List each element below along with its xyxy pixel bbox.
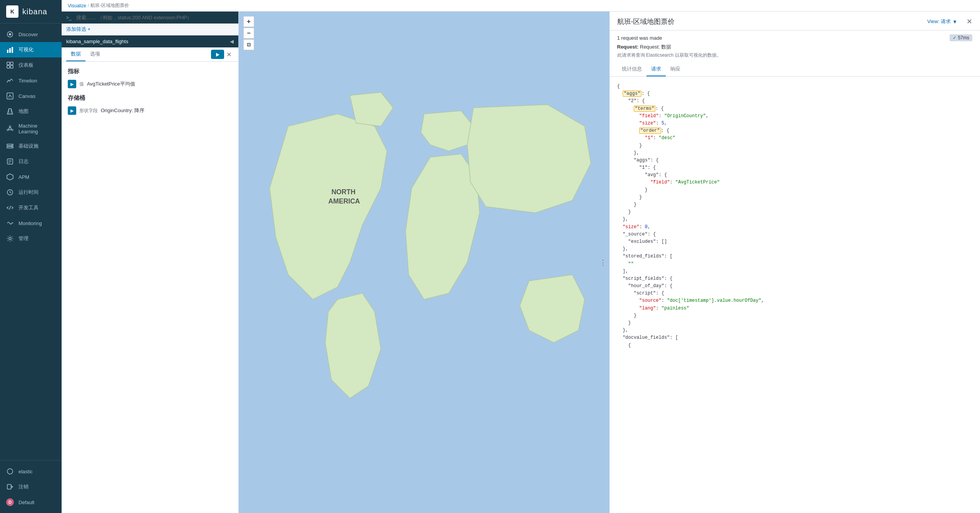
kibana-logo-text: kibana xyxy=(22,7,47,16)
maps-icon xyxy=(6,108,14,115)
breadcrumb-parent[interactable]: Visualize xyxy=(68,3,86,8)
svg-point-13 xyxy=(9,128,11,130)
discover-icon xyxy=(6,30,14,38)
svg-point-23 xyxy=(12,147,12,148)
svg-marker-10 xyxy=(7,109,13,114)
sidebar-item-dashboard[interactable]: 仪表板 xyxy=(0,57,62,73)
svg-line-18 xyxy=(11,130,12,130)
metric-icon-0: ▶ xyxy=(68,80,76,88)
tab-response[interactable]: 响应 xyxy=(666,62,685,76)
request-count: 1 request was made xyxy=(617,35,662,41)
close-right-panel-button[interactable]: ✕ xyxy=(967,17,972,26)
sidebar-item-logs[interactable]: 日志 xyxy=(0,154,62,169)
sidebar-item-apm[interactable]: APM xyxy=(0,169,62,185)
svg-rect-5 xyxy=(7,62,10,65)
ml-icon xyxy=(6,125,14,133)
svg-rect-7 xyxy=(7,66,10,68)
json-line: }, xyxy=(617,216,973,223)
json-line: "script": { xyxy=(617,290,973,297)
canvas-icon xyxy=(6,92,14,100)
metrics-section-title: 指标 xyxy=(68,68,232,75)
svg-marker-34 xyxy=(216,53,219,57)
json-line: "avg": { xyxy=(617,172,973,179)
buckets-section-title: 存储桶 xyxy=(68,94,232,102)
sidebar-item-monitoring[interactable]: Monitoring xyxy=(0,215,62,231)
sidebar-item-elastic[interactable]: elastic xyxy=(0,464,62,479)
json-line: }, xyxy=(617,327,973,334)
json-line: ], xyxy=(617,268,973,275)
sidebar-item-management[interactable]: 管理 xyxy=(0,231,62,246)
metric-label-0: 值 AvgTicketPrice平均值 xyxy=(79,81,135,87)
json-line: }, xyxy=(617,150,973,157)
json-line: "aggs": { xyxy=(617,157,973,164)
sidebar-item-visualize[interactable]: 可视化 xyxy=(0,42,62,57)
search-input[interactable] xyxy=(76,15,234,20)
sidebar-item-label-monitoring: Monitoring xyxy=(18,220,42,226)
filter-row[interactable]: 添加筛选 + xyxy=(62,24,238,35)
default-icon: D xyxy=(6,498,14,506)
svg-point-14 xyxy=(9,126,11,127)
close-panel-button[interactable]: ✕ xyxy=(224,49,234,60)
timing-badge: ✓ 57ms xyxy=(950,34,972,41)
json-line: "hour_of_day": { xyxy=(617,283,973,290)
tab-stats[interactable]: 统计信息 xyxy=(617,62,647,76)
main-area: Visualize / 航班-区域地图票价 >_ 添加筛选 + kibana_s… xyxy=(62,0,980,513)
request-label: Request: Request: 数据 xyxy=(617,44,973,50)
sidebar-item-timelion[interactable]: Timelion xyxy=(0,73,62,88)
svg-rect-6 xyxy=(10,62,13,65)
right-panel-title: 航班-区域地图票价 xyxy=(617,17,675,26)
elastic-icon xyxy=(6,468,14,475)
sidebar-item-label-visualize: 可视化 xyxy=(18,46,34,53)
sidebar-item-label-logs: 日志 xyxy=(18,158,28,165)
json-line: "_source": { xyxy=(617,231,973,238)
json-line: "1": { xyxy=(617,164,973,172)
view-request-button[interactable]: View: 请求 ▼ xyxy=(927,18,957,25)
datasource-collapse-icon: ◀ xyxy=(230,39,234,44)
sidebar-item-discover[interactable]: Discover xyxy=(0,27,62,42)
crop-button[interactable]: ⊡ xyxy=(243,39,254,50)
panel-content: 指标 ▶ 值 AvgTicketPrice平均值 存储桶 ▶ 形状字段 Orig… xyxy=(62,62,238,513)
add-filter-label: 添加筛选 + xyxy=(66,26,90,32)
json-line: "2": { xyxy=(617,98,973,105)
json-line: "field": "OriginCountry", xyxy=(617,113,973,120)
json-line: } xyxy=(617,194,973,201)
sidebar-item-default[interactable]: D Default xyxy=(0,494,62,510)
sidebar-item-logout[interactable]: 注销 xyxy=(0,479,62,494)
apm-icon xyxy=(6,173,14,181)
sidebar-item-devtools[interactable]: 开发工具 xyxy=(0,200,62,215)
json-line: { xyxy=(617,342,973,349)
logs-icon xyxy=(6,158,14,165)
section-divider: 存储桶 xyxy=(68,94,232,102)
json-line: "terms": { xyxy=(617,105,973,113)
datasource-tab[interactable]: kibana_sample_data_flights ◀ xyxy=(62,35,238,47)
sidebar-item-ml[interactable]: Machine Learning xyxy=(0,119,62,138)
sidebar-item-label-discover: Discover xyxy=(18,32,38,37)
tab-response-label: 响应 xyxy=(670,66,680,72)
right-meta: 1 request was made ✓ 57ms Request: Reque… xyxy=(610,30,980,62)
map-more-button[interactable]: ⋮ xyxy=(600,258,606,267)
uptime-icon xyxy=(6,188,14,196)
sidebar-item-uptime[interactable]: 运行时间 xyxy=(0,185,62,200)
breadcrumb-separator: / xyxy=(88,3,89,8)
sidebar-item-infra[interactable]: 基础设施 xyxy=(0,138,62,154)
logout-icon xyxy=(6,483,14,491)
svg-point-22 xyxy=(12,145,12,145)
svg-point-1 xyxy=(9,33,11,35)
zoom-in-button[interactable]: + xyxy=(243,16,254,27)
tab-data[interactable]: 数据 xyxy=(66,47,85,61)
svg-point-32 xyxy=(7,469,13,474)
inspector-tabs: 统计信息 请求 响应 xyxy=(610,62,980,77)
json-line: "size": 0, xyxy=(617,224,973,231)
sidebar-item-canvas[interactable]: Canvas xyxy=(0,88,62,104)
sidebar-item-maps[interactable]: 地图 xyxy=(0,104,62,119)
infra-icon xyxy=(6,142,14,150)
right-panel: 航班-区域地图票价 View: 请求 ▼ ✕ 1 request was mad… xyxy=(610,12,980,513)
map-controls: + − ⊡ xyxy=(243,16,254,50)
view-label: View: 请求 xyxy=(927,18,951,25)
run-button[interactable] xyxy=(211,50,224,59)
tab-request[interactable]: 请求 xyxy=(647,62,666,76)
svg-rect-2 xyxy=(7,50,8,53)
sidebar-item-label-canvas: Canvas xyxy=(18,93,35,99)
zoom-out-button[interactable]: − xyxy=(243,28,254,39)
tab-options[interactable]: 选项 xyxy=(85,47,105,61)
